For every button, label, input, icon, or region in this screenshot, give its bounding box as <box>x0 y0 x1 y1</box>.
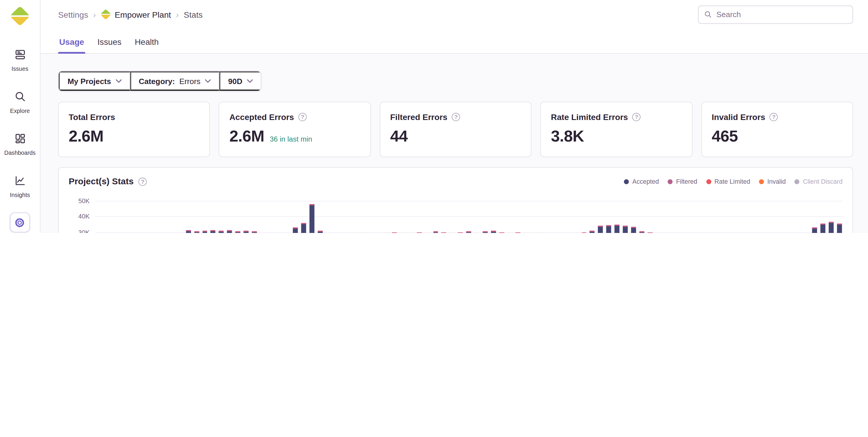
chart-bar[interactable] <box>639 232 644 233</box>
chart-bar[interactable] <box>516 232 521 233</box>
chart-bar[interactable] <box>648 232 653 233</box>
projects-filter-label: My Projects <box>68 77 111 86</box>
search-input[interactable] <box>716 10 847 19</box>
chart-bar[interactable] <box>837 224 842 233</box>
info-icon[interactable]: ? <box>452 113 460 121</box>
chart-bar[interactable] <box>458 232 463 233</box>
chart-bar[interactable] <box>392 232 397 233</box>
chart-bar[interactable] <box>491 231 496 233</box>
chart-bar[interactable] <box>590 231 595 233</box>
chart-bar[interactable] <box>186 230 191 233</box>
chart-bar[interactable] <box>194 232 199 233</box>
chart-bar[interactable] <box>236 232 241 233</box>
chart-bar[interactable] <box>318 231 323 233</box>
chart-bar[interactable] <box>441 232 446 233</box>
org-logo-icon[interactable] <box>11 7 30 26</box>
chart-bar[interactable] <box>623 226 628 233</box>
legend-item[interactable]: Accepted <box>624 178 659 185</box>
sidebar-item-explore[interactable]: Explore <box>10 87 30 114</box>
projects-filter-button[interactable]: My Projects <box>59 71 130 91</box>
chart-bar[interactable] <box>598 226 603 233</box>
legend-item[interactable]: Rate Limited <box>706 178 750 185</box>
info-icon[interactable]: ? <box>770 113 778 121</box>
search-icon <box>704 11 712 18</box>
chart-bar[interactable] <box>433 232 438 233</box>
chart-bar-cap <box>416 232 422 233</box>
chart-bar-cap <box>582 232 587 233</box>
category-filter-button[interactable]: Category: Errors <box>130 71 219 91</box>
info-icon[interactable]: ? <box>632 113 641 121</box>
legend-item[interactable]: Filtered <box>668 178 697 185</box>
chart-bar[interactable] <box>582 232 587 233</box>
info-icon[interactable]: ? <box>299 113 307 121</box>
legend-label: Invalid <box>767 178 786 185</box>
chart-bar[interactable] <box>211 230 216 233</box>
global-search[interactable] <box>698 5 853 24</box>
chart-bar[interactable] <box>820 224 826 233</box>
tab-bar: Usage Issues Health <box>40 29 868 54</box>
sidebar-item-label: Insights <box>10 191 30 198</box>
chart-bars <box>95 201 843 233</box>
tab-health[interactable]: Health <box>134 37 160 53</box>
legend-item[interactable]: Invalid <box>759 178 786 185</box>
org-diamond-icon <box>10 6 30 26</box>
sidebar-item-issues[interactable]: Issues <box>10 44 30 72</box>
legend-item[interactable]: Client Discard <box>795 178 842 185</box>
chart-bar[interactable] <box>293 228 298 233</box>
stat-card-title: Rate Limited Errors? <box>551 112 682 122</box>
stat-card-accepted-errors: Accepted Errors? 2.6M36 in last min <box>219 102 371 157</box>
breadcrumb-org[interactable]: Empower Plant <box>101 9 171 20</box>
breadcrumb-org-label: Empower Plant <box>115 10 171 19</box>
chart-bar[interactable] <box>812 228 817 233</box>
chart-bar-cap <box>433 232 438 233</box>
breadcrumb: Settings › Empower Plant › Stats <box>58 9 203 20</box>
insights-icon <box>10 170 30 191</box>
chart-bar[interactable] <box>606 225 611 233</box>
period-filter-button[interactable]: 90D <box>219 71 260 91</box>
chart-bar[interactable] <box>309 204 314 233</box>
chart-bar[interactable] <box>483 232 488 233</box>
chart-bar-cap <box>203 231 208 232</box>
legend-dot-icon <box>706 179 711 184</box>
chart-bar[interactable] <box>203 231 208 233</box>
chart-bar[interactable] <box>301 223 306 233</box>
chart-bar[interactable] <box>631 227 636 233</box>
chart-bar[interactable] <box>615 225 620 233</box>
org-logo-small-icon <box>101 9 111 20</box>
legend-label: Filtered <box>676 178 697 185</box>
breadcrumb-stats: Stats <box>184 10 203 19</box>
chart-bar-cap <box>615 225 620 226</box>
tab-usage[interactable]: Usage <box>58 37 85 53</box>
info-icon[interactable]: ? <box>139 177 147 186</box>
chart-bar-cap <box>598 226 603 227</box>
chart-bar[interactable] <box>416 232 422 233</box>
legend-dot-icon <box>668 179 673 184</box>
sidebar-item-insights[interactable]: Insights <box>10 170 30 198</box>
chart-bar-cap <box>606 225 611 227</box>
gear-icon <box>10 212 30 232</box>
stat-card-subtext: 36 in last min <box>270 135 312 143</box>
chart-bar[interactable] <box>466 232 471 233</box>
chart-bar[interactable] <box>219 231 224 233</box>
stat-card-value: 2.6M <box>69 127 103 146</box>
tab-issues[interactable]: Issues <box>96 37 123 53</box>
chart-plot <box>95 201 843 233</box>
y-tick-label: 40K <box>79 213 90 220</box>
legend-label: Client Discard <box>803 178 842 185</box>
category-filter-value: Errors <box>179 77 200 86</box>
chart-bar[interactable] <box>252 232 257 233</box>
stat-card-title: Accepted Errors? <box>229 112 361 122</box>
stat-card-invalid-errors: Invalid Errors? 465 <box>701 102 853 157</box>
projects-stats-panel: Project(s) Stats ? AcceptedFilteredRate … <box>58 167 853 233</box>
chart-bar-cap <box>194 232 199 233</box>
sidebar-item-settings[interactable]: Settings <box>8 212 32 233</box>
chart-bar[interactable] <box>244 231 249 233</box>
chart-bar[interactable] <box>499 232 504 233</box>
chart-bar-cap <box>466 232 471 233</box>
breadcrumb-settings[interactable]: Settings <box>58 10 88 19</box>
stat-card-title: Invalid Errors? <box>712 112 843 122</box>
chart-bar[interactable] <box>829 222 834 233</box>
chart-bar[interactable] <box>227 230 232 233</box>
legend-dot-icon <box>624 179 629 184</box>
sidebar-item-dashboards[interactable]: Dashboards <box>4 128 35 156</box>
